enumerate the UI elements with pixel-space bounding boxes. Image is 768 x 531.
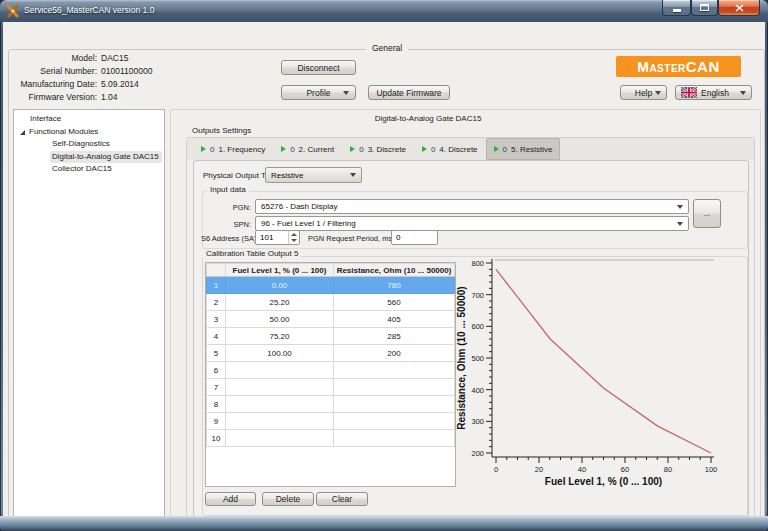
serial-label: Serial Number:	[19, 66, 97, 76]
app-icon	[6, 4, 20, 18]
row-number-cell[interactable]: 6	[207, 362, 226, 379]
mastercan-logo: MasterCAN	[616, 56, 741, 77]
sidebar-item-digital-to-analog-gate[interactable]: Digital-to-Analog Gate DAC15	[50, 151, 162, 164]
update-firmware-button[interactable]: Update Firmware	[368, 85, 450, 100]
calibration-chart: 200300400500600700800020406080100Fuel Le…	[455, 252, 747, 492]
sidebar-item-self-diagnostics[interactable]: Self-Diagnostics	[50, 138, 164, 151]
svg-text:100: 100	[705, 465, 718, 474]
resistance-cell[interactable]	[334, 413, 455, 430]
maximize-icon	[700, 4, 709, 11]
row-number-cell[interactable]: 10	[207, 430, 226, 447]
spn-select[interactable]: 96 - Fuel Level 1 / Filtering	[255, 216, 689, 231]
title-bar[interactable]: Service56_MasterCAN version 1.0	[0, 0, 768, 22]
table-row[interactable]: 6	[207, 362, 455, 379]
table-row[interactable]: 5 100.00 200	[207, 345, 455, 362]
page-header: General	[3, 43, 768, 53]
sidebar-item-interface[interactable]: Interface	[30, 113, 164, 126]
output-arrow-icon	[422, 146, 427, 152]
fuel-cell[interactable]	[226, 362, 334, 379]
table-row[interactable]: 9	[207, 413, 455, 430]
chevron-down-icon	[655, 91, 661, 95]
resistance-cell[interactable]	[334, 396, 455, 413]
fuel-cell[interactable]: 25.20	[226, 294, 334, 311]
tab-discrete-3[interactable]: 03. Discrete	[342, 138, 414, 160]
sidebar-item-collector[interactable]: Collector DAC15	[50, 163, 164, 176]
pgn-select[interactable]: 65276 - Dash Display	[255, 199, 689, 214]
pgn-request-period-input[interactable]: 0	[391, 230, 438, 245]
svg-text:0: 0	[494, 465, 498, 474]
row-number-cell[interactable]: 7	[207, 379, 226, 396]
app-window: Service56_MasterCAN version 1.0 General …	[0, 0, 768, 531]
row-number-cell[interactable]: 5	[207, 345, 226, 362]
language-selector[interactable]: English	[675, 85, 752, 100]
resistance-cell[interactable]	[334, 362, 455, 379]
resistance-cell[interactable]: 285	[334, 328, 455, 345]
tab-current[interactable]: 02. Current	[273, 138, 342, 160]
tab-frequency[interactable]: 01. Frequency	[193, 138, 273, 160]
fuel-cell[interactable]: 0.00	[226, 277, 334, 294]
row-number-cell[interactable]: 4	[207, 328, 226, 345]
maximize-button[interactable]	[691, 0, 718, 16]
table-row[interactable]: 2 25.20 560	[207, 294, 455, 311]
resistance-cell[interactable]: 780	[334, 277, 455, 294]
fuel-cell[interactable]: 50.00	[226, 311, 334, 328]
calibration-table: Fuel Level 1, % (0 ... 100) Resistance, …	[205, 262, 456, 487]
fuel-cell[interactable]	[226, 413, 334, 430]
calibration-group-label: Calibration Table Output 5	[203, 249, 301, 258]
table-row[interactable]: 1 0.00 780	[207, 277, 455, 294]
row-number-cell[interactable]: 3	[207, 311, 226, 328]
resistance-cell[interactable]: 560	[334, 294, 455, 311]
calibration-chart-container: 200300400500600700800020406080100Fuel Le…	[455, 252, 747, 492]
resistance-cell[interactable]	[334, 379, 455, 396]
svg-text:Resistance, Ohm (10 ... 50000): Resistance, Ohm (10 ... 50000)	[456, 286, 467, 429]
help-button[interactable]: Help	[620, 85, 667, 100]
model-value: DAC15	[101, 53, 152, 63]
close-icon	[735, 4, 744, 12]
window-title: Service56_MasterCAN version 1.0	[24, 5, 154, 15]
table-row[interactable]: 7	[207, 379, 455, 396]
col-header-fuel: Fuel Level 1, % (0 ... 100)	[226, 264, 334, 277]
table-row[interactable]: 4 75.20 285	[207, 328, 455, 345]
fuel-cell[interactable]	[226, 379, 334, 396]
svg-text:300: 300	[471, 417, 484, 426]
clear-button[interactable]: Clear	[316, 492, 368, 506]
table-row[interactable]: 3 50.00 405	[207, 311, 455, 328]
window-bottom-frame	[0, 516, 768, 531]
resistance-cell[interactable]: 200	[334, 345, 455, 362]
chevron-down-icon	[740, 91, 746, 95]
disconnect-button[interactable]: Disconnect	[281, 60, 356, 75]
spn-label: SPN:	[201, 220, 251, 229]
table-row[interactable]: 10	[207, 430, 455, 447]
outputs-tabstrip: 01. Frequency 02. Current 03. Discrete 0…	[187, 138, 754, 160]
output-arrow-icon	[350, 146, 355, 152]
tab-resistive[interactable]: 05. Resistive	[486, 138, 561, 160]
svg-text:400: 400	[471, 386, 484, 395]
pgn-label: PGN:	[201, 203, 251, 212]
row-number-cell[interactable]: 2	[207, 294, 226, 311]
physical-output-type-select[interactable]: Resistive	[265, 167, 362, 183]
fuel-cell[interactable]	[226, 396, 334, 413]
add-button[interactable]: Add	[205, 492, 256, 506]
svg-text:800: 800	[471, 259, 484, 268]
tab-discrete-4[interactable]: 04. Discrete	[414, 138, 486, 160]
close-button[interactable]	[718, 0, 760, 16]
row-number-cell[interactable]: 1	[207, 277, 226, 294]
resistance-cell[interactable]	[334, 430, 455, 447]
spin-down-icon[interactable]	[289, 238, 299, 245]
minimize-button[interactable]	[662, 0, 691, 16]
pgn-spn-browse-button[interactable]: ...	[693, 199, 721, 228]
chevron-down-icon	[343, 91, 349, 95]
firmware-label: Firmware Version:	[19, 92, 97, 102]
fuel-cell[interactable]: 100.00	[226, 345, 334, 362]
fuel-cell[interactable]: 75.20	[226, 328, 334, 345]
tree-expander-icon[interactable]	[20, 130, 25, 135]
row-number-cell[interactable]: 9	[207, 413, 226, 430]
table-row[interactable]: 8	[207, 396, 455, 413]
row-number-cell[interactable]: 8	[207, 396, 226, 413]
fuel-cell[interactable]	[226, 430, 334, 447]
delete-button[interactable]: Delete	[262, 492, 314, 506]
sidebar-item-functional-modules[interactable]: Functional Modules	[20, 126, 164, 139]
s6-address-spinner[interactable]: 101	[255, 230, 300, 245]
resistance-cell[interactable]: 405	[334, 311, 455, 328]
profile-button[interactable]: Profile	[281, 85, 356, 100]
